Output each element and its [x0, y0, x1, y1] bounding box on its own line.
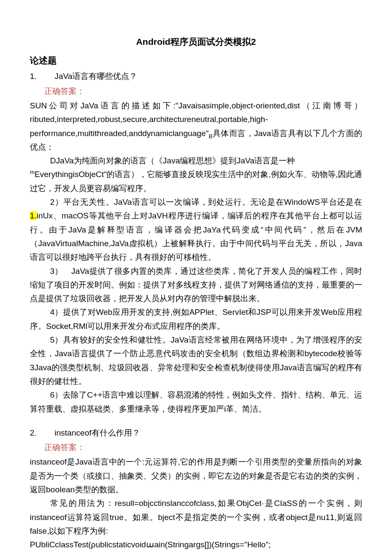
- q1-text: JaVa语言有哪些优点？: [55, 72, 137, 81]
- sub-b: B: [209, 133, 213, 139]
- q2-number: 2.: [30, 426, 55, 440]
- section-heading: 论述题: [30, 53, 362, 68]
- q1-para5: 4）提供了对Web应用开发的支持,例如APPlet、ServIet和JSP可以用…: [30, 305, 362, 333]
- q1-number: 1.: [30, 70, 55, 83]
- q1-p3b: inUx、macOS等其他平台上对JaVH程序进行编译，编译后的程序在其他平台上…: [30, 211, 362, 262]
- q1-para3: 2）平台无关性。JaVa语言可以一次编译，到处运行。无论是在WindoWS平台还…: [30, 195, 362, 264]
- q1-para1: SUN公司对JaVa语言的描述如下:"Javaisasimple,object-…: [30, 99, 362, 154]
- q2-para2: 常见的用法为：resull=objcctinslanccofclass,如果Ob…: [30, 497, 362, 538]
- q1-p3a: 2）平台无关性。JaVa语言可以一次编译，到处运行。无论是在WindoWS平台还…: [50, 198, 363, 206]
- doc-title: Android程序员面试分类模拟2: [30, 34, 362, 49]
- question-2: 2.instanceof有什么作用？: [30, 426, 362, 440]
- sup-m: m: [30, 169, 35, 175]
- q2-text: instanceof有什么作用？: [55, 428, 140, 437]
- q1-para7: 6）去除了C++语言中难以理解、容易混淆的特性，例如头文件、指针、结构、单元、运…: [30, 388, 362, 416]
- q2-answer-label: 正确答案：: [44, 441, 362, 454]
- q2-para3: PUbliCclassTest(ρublicstaticvoidɯain(Str…: [30, 538, 362, 552]
- highlight-1: 1.: [30, 211, 37, 220]
- q2-para1: instanceof是Java语言中的一个:元运算符,它的作用是判断一个引用类型…: [30, 455, 362, 497]
- question-1: 1.JaVa语言有哪些优点？: [30, 70, 362, 83]
- q1-para4: 3） JaVa提供了很多内置的类库，通过这些类库，简化了开发人员的编程工作，同时…: [30, 264, 362, 306]
- q1-answer-label: 正确答案：: [44, 84, 362, 98]
- spacer: [30, 416, 362, 426]
- q1-para2: DJaVa为纯面向对象的语言（《Java编程思想》提到JaVa语言是一种mEve…: [30, 154, 362, 195]
- q1-p2b: EverythingisObjeCt"的语言），它能够直接反映现实生活中的对象,…: [30, 170, 362, 192]
- q1-p2a: DJaVa为纯面向对象的语言（《Java编程思想》提到JaVa语言是一种: [50, 156, 295, 165]
- q1-para6: 5）具有较好的安全性和健壮性。JaVa语言经常被用在网络环境中，为了增强程序的安…: [30, 333, 362, 388]
- q2-para4: int[]a={l,2};: [53, 552, 362, 555]
